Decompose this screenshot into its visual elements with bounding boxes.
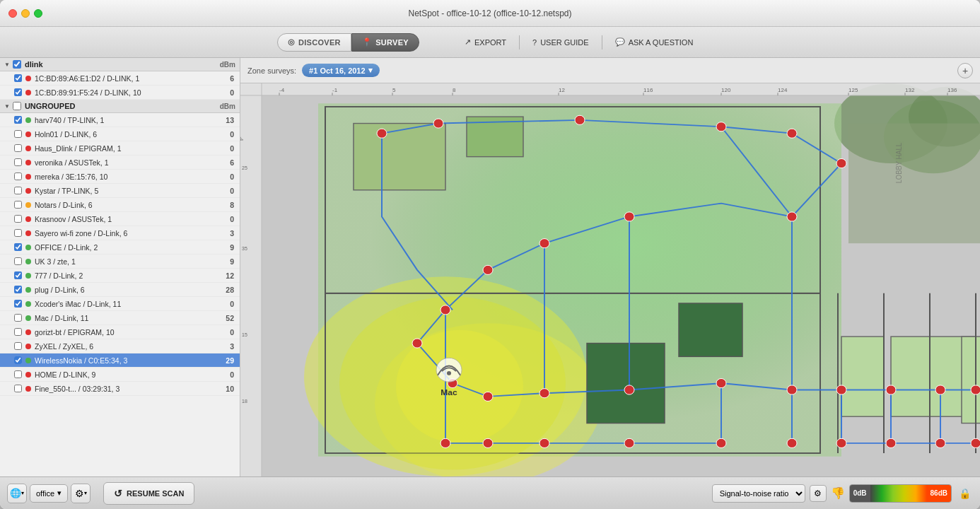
network-signal-n14: 12 [220, 271, 234, 280]
group-checkbox-ungrouped[interactable] [13, 102, 21, 110]
export-button[interactable]: ↗ EXPORT [455, 33, 516, 52]
svg-point-39 [624, 385, 634, 394]
network-row-n10[interactable]: Krasnoov / ASUSTek, 1 0 [0, 212, 240, 226]
net-checkbox-n1[interactable] [14, 74, 22, 82]
minimize-button[interactable] [21, 9, 30, 18]
svg-text:-4: -4 [279, 87, 285, 93]
mode-segment: ◎ DISCOVER 📍 SURVEY [277, 33, 419, 52]
net-checkbox-n7[interactable] [14, 172, 22, 180]
lock-icon: 🔒 [959, 488, 971, 499]
svg-text:12: 12 [559, 87, 565, 93]
toolbar-divider2 [602, 35, 602, 49]
maximize-button[interactable] [34, 9, 42, 18]
network-row-n8[interactable]: Kystar / TP-LINK, 5 0 [0, 184, 240, 198]
signal-dot-n10 [25, 216, 31, 222]
net-checkbox-n3[interactable] [14, 116, 22, 124]
svg-text:8: 8 [453, 87, 455, 93]
network-signal-n15: 28 [220, 286, 234, 294]
userguide-button[interactable]: ? USER GUIDE [523, 33, 599, 52]
group-checkbox-dlink[interactable] [13, 60, 21, 69]
signal-settings-button[interactable]: ⚙ [810, 485, 827, 502]
network-row-n1[interactable]: 1C:BD:89:A6:E1:D2 / D-LINK, 1 6 [0, 71, 240, 86]
net-checkbox-n4[interactable] [14, 130, 22, 138]
askquestion-button[interactable]: 💬 ASK A QUESTION [605, 33, 704, 52]
office-dropdown[interactable]: office ▾ [30, 484, 68, 503]
net-checkbox-n12[interactable] [14, 243, 22, 251]
net-checkbox-n16[interactable] [14, 300, 22, 308]
network-signal-n6: 6 [220, 158, 234, 167]
resume-scan-button[interactable]: ↺ RESUME SCAN [103, 482, 194, 505]
net-checkbox-n10[interactable] [14, 215, 22, 223]
network-signal-n8: 0 [220, 187, 234, 195]
network-row-n6[interactable]: veronika / ASUSTek, 1 6 [0, 156, 240, 170]
network-row-n14[interactable]: 777 / D-Link, 2 12 [0, 269, 240, 283]
net-checkbox-n20[interactable] [14, 356, 22, 364]
survey-button[interactable]: 📍 SURVEY [351, 33, 419, 52]
collapse-triangle-dlink: ▼ [4, 62, 10, 68]
net-checkbox-n13[interactable] [14, 257, 22, 265]
signal-dot-n16 [25, 301, 31, 307]
network-row-n21[interactable]: HOME / D-LINK, 9 0 [0, 368, 240, 382]
network-row-n5[interactable]: Haus_Dlink / EPIGRAM, 1 0 [0, 141, 240, 156]
discover-button[interactable]: ◎ DISCOVER [277, 33, 351, 52]
signal-dot-n18 [25, 329, 31, 335]
network-row-n19[interactable]: ZyXEL / ZyXEL, 6 3 [0, 339, 240, 353]
net-checkbox-n21[interactable] [14, 370, 22, 378]
net-checkbox-n22[interactable] [14, 385, 22, 392]
network-row-n12[interactable]: OFFICE / D-Link, 2 9 [0, 240, 240, 255]
network-row-n4[interactable]: Holn01 / D-LINK, 6 0 [0, 127, 240, 141]
network-row-n22[interactable]: Fine_550-t... / 03:29:31, 3 10 [0, 382, 240, 396]
net-checkbox-n8[interactable] [14, 187, 22, 194]
network-name-n21: HOME / D-LINK, 9 [35, 370, 217, 379]
svg-text:125: 125 [848, 87, 858, 93]
lock-button[interactable]: 🔒 [956, 485, 973, 502]
globe-button[interactable]: 🌐 ▾ [7, 484, 27, 503]
svg-point-33 [483, 265, 493, 274]
network-name-n2: 1C:BD:89:91:F5:24 / D-LINK, 10 [35, 88, 217, 97]
toolbar-actions: ↗ EXPORT ? USER GUIDE 💬 ASK A QUESTION [455, 33, 703, 52]
net-checkbox-n9[interactable] [14, 201, 22, 209]
svg-point-41 [787, 385, 797, 394]
network-name-n15: plug / D-Link, 6 [35, 286, 217, 294]
net-checkbox-n19[interactable] [14, 342, 22, 350]
network-row-n13[interactable]: UK 3 / zte, 1 9 [0, 255, 240, 269]
group-label-dlink: dlink [25, 60, 220, 69]
network-row-n3[interactable]: harv740 / TP-LINK, 1 13 [0, 113, 240, 127]
network-row-n17[interactable]: Mac / D-Link, 11 52 [0, 311, 240, 325]
network-row-n18[interactable]: gorizt-bt / EPIGRAM, 10 0 [0, 325, 240, 339]
network-signal-n12: 9 [220, 243, 234, 252]
net-checkbox-n11[interactable] [14, 229, 22, 237]
sidebar: ▼ dlink dBm 1C:BD:89:A6:E1:D2 / D-LINK, … [0, 58, 240, 476]
net-checkbox-n6[interactable] [14, 158, 22, 166]
add-zone-button[interactable]: + [957, 63, 973, 78]
signal-dot-n2 [25, 90, 31, 95]
network-row-n9[interactable]: Notars / D-Link, 6 8 [0, 198, 240, 212]
net-checkbox-n14[interactable] [14, 271, 22, 279]
map-canvas[interactable]: Mac -4 -1 5 8 12 [240, 83, 980, 476]
group-dbm-dlink: dBm [220, 61, 235, 69]
signal-scale-bar: 0dB 86dB [849, 484, 952, 503]
network-row-n11[interactable]: Sayero wi-fi zone / D-Link, 6 3 [0, 226, 240, 240]
network-row-n20[interactable]: WirelessNokia / C0:E5:34, 3 29 [0, 353, 240, 368]
svg-point-34 [441, 305, 450, 315]
svg-point-53 [886, 438, 896, 447]
net-checkbox-n2[interactable] [14, 88, 22, 96]
group-header-dlink[interactable]: ▼ dlink dBm [0, 58, 240, 71]
signal-type-select[interactable]: Signal-to-noise ratio Signal level Noise… [712, 484, 805, 503]
group-header-ungrouped[interactable]: ▼ UNGROUPED dBm [0, 100, 240, 113]
net-checkbox-n18[interactable] [14, 328, 22, 336]
svg-rect-13 [679, 303, 742, 356]
gear-button[interactable]: ⚙ ▾ [71, 484, 91, 503]
svg-point-46 [441, 438, 450, 447]
network-row-n16[interactable]: Xcoder's iMac / D-Link, 11 0 [0, 297, 240, 311]
net-checkbox-n17[interactable] [14, 314, 22, 322]
network-row-n2[interactable]: 1C:BD:89:91:F5:24 / D-LINK, 10 0 [0, 86, 240, 100]
zone-dropdown[interactable]: #1 Oct 16, 2012 ▾ [302, 64, 380, 77]
thumbdown-icon[interactable]: 👎 [831, 486, 845, 500]
signal-dot-n19 [25, 344, 31, 349]
network-row-n15[interactable]: plug / D-Link, 6 28 [0, 283, 240, 297]
net-checkbox-n15[interactable] [14, 286, 22, 293]
close-button[interactable] [8, 9, 17, 18]
network-row-n7[interactable]: mereka / 3E:15:76, 10 0 [0, 170, 240, 184]
net-checkbox-n5[interactable] [14, 144, 22, 152]
